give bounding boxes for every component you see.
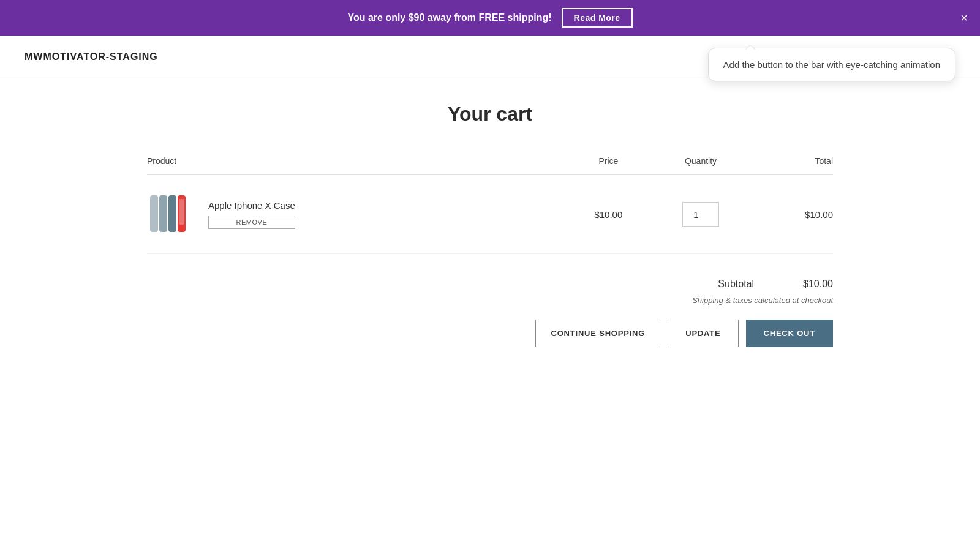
tooltip-container: Add the button to the bar with eye-catch… [708,48,956,81]
col-header-quantity: Quantity [649,156,753,175]
product-price: $10.00 [568,175,649,254]
subtotal-value: $10.00 [803,279,833,290]
banner-message: You are only $90 away from FREE shipping… [347,12,551,23]
quantity-input[interactable] [682,202,719,227]
update-button[interactable]: UPDATE [668,320,738,347]
promo-banner: You are only $90 away from FREE shipping… [0,0,980,36]
table-row: Apple Iphone X Case REMOVE $10.00 $10.00 [147,175,833,254]
remove-button[interactable]: REMOVE [208,216,295,229]
product-total: $10.00 [753,175,833,254]
svg-rect-1 [159,195,167,232]
product-name: Apple Iphone X Case [208,200,295,211]
svg-rect-2 [168,195,176,232]
cart-table: Product Price Quantity Total [147,156,833,254]
tooltip-text: Add the button to the bar with eye-catch… [723,59,940,70]
banner-close-button[interactable]: × [960,12,968,24]
product-image-svg [148,190,195,238]
col-header-product: Product [147,156,568,175]
subtotal-section: Subtotal $10.00 Shipping & taxes calcula… [147,279,833,305]
product-image [147,190,196,239]
product-quantity-cell [649,175,753,254]
read-more-button[interactable]: Read More [562,8,633,28]
col-header-price: Price [568,156,649,175]
checkout-button[interactable]: CHECK OUT [746,320,833,347]
shipping-note: Shipping & taxes calculated at checkout [692,296,833,305]
site-header: MWMOTIVATOR-STAGING Home Catalog Add the… [0,36,980,78]
main-content: Your cart Product Price Quantity Total [123,78,858,372]
svg-rect-4 [179,199,184,225]
product-info: Apple Iphone X Case REMOVE [208,200,295,229]
action-buttons: CONTINUE SHOPPING UPDATE CHECK OUT [147,320,833,347]
svg-rect-0 [150,195,158,232]
tooltip-bubble: Add the button to the bar with eye-catch… [708,48,956,81]
page-title: Your cart [147,103,833,126]
product-cell: Apple Iphone X Case REMOVE [147,190,568,239]
site-logo: MWMOTIVATOR-STAGING [24,51,158,62]
subtotal-label: Subtotal [718,279,754,290]
subtotal-row: Subtotal $10.00 [718,279,833,290]
continue-shopping-button[interactable]: CONTINUE SHOPPING [535,320,660,347]
col-header-total: Total [753,156,833,175]
